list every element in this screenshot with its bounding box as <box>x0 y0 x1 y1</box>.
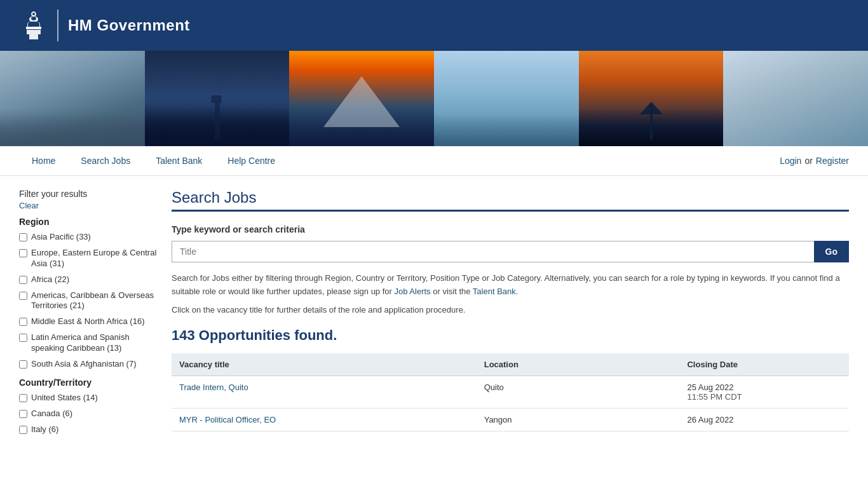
region-americas-checkbox[interactable] <box>19 292 27 300</box>
vacancy-link[interactable]: MYR - Political Officer, EO <box>179 415 276 424</box>
search-button[interactable]: Go <box>814 241 849 262</box>
click-info-text: Click on the vacancy title for further d… <box>172 305 849 315</box>
filter-region-latin-america[interactable]: Latin America and Spanish speaking Carib… <box>19 332 159 354</box>
filter-region-africa[interactable]: Africa (22) <box>19 274 159 285</box>
header-divider <box>57 10 58 41</box>
table-row: Trade Intern, Quito Quito 25 Aug 202211:… <box>172 376 849 408</box>
vacancy-location-cell: Yangon <box>477 408 680 431</box>
results-table: Vacancy title Location Closing Date Trad… <box>172 353 849 431</box>
header: HM Government <box>0 0 868 51</box>
hero-image-4 <box>434 51 579 146</box>
filter-country-canada[interactable]: Canada (6) <box>19 409 159 419</box>
opportunities-count: 143 Opportunities found. <box>172 327 849 344</box>
filter-region-asia-pacific[interactable]: Asia Pacific (33) <box>19 232 159 243</box>
region-middle-east-checkbox[interactable] <box>19 318 27 326</box>
region-africa-checkbox[interactable] <box>19 276 27 284</box>
navigation: Home Search Jobs Talent Bank Help Centre… <box>0 146 868 176</box>
region-middle-east-label: Middle East & North Africa (16) <box>31 316 144 327</box>
sidebar: Filter your results Clear Region Asia Pa… <box>19 189 159 440</box>
vacancy-title-cell: Trade Intern, Quito <box>172 376 477 408</box>
filter-clear-link[interactable]: Clear <box>19 201 159 210</box>
site-title: HM Government <box>68 17 190 34</box>
title-underline <box>172 210 849 212</box>
table-header-row: Vacancy title Location Closing Date <box>172 353 849 376</box>
country-italy-label: Italy (6) <box>31 424 58 435</box>
filter-region-americas[interactable]: Americas, Caribbean & Overseas Territori… <box>19 290 159 312</box>
col-location: Location <box>477 353 680 376</box>
region-europe-checkbox[interactable] <box>19 249 27 257</box>
nav-home[interactable]: Home <box>19 146 68 175</box>
hero-image-2 <box>145 51 290 146</box>
job-alerts-link[interactable]: Job Alerts <box>395 287 431 296</box>
country-canada-label: Canada (6) <box>31 409 72 419</box>
search-bar: Go <box>172 241 849 262</box>
hero-image-5 <box>579 51 724 146</box>
nav-links: Home Search Jobs Talent Bank Help Centre <box>19 146 288 175</box>
region-latin-america-label: Latin America and Spanish speaking Carib… <box>31 332 159 354</box>
nav-search-jobs[interactable]: Search Jobs <box>68 146 143 175</box>
region-africa-label: Africa (22) <box>31 274 69 285</box>
login-link[interactable]: Login <box>780 156 801 166</box>
filter-country-us[interactable]: United States (14) <box>19 393 159 403</box>
country-us-checkbox[interactable] <box>19 394 27 402</box>
hero-image-6 <box>723 51 868 146</box>
country-us-label: United States (14) <box>31 393 98 403</box>
search-description: Search for Jobs either by filtering thro… <box>172 272 849 299</box>
government-crest <box>19 10 48 41</box>
country-canada-checkbox[interactable] <box>19 410 27 418</box>
col-vacancy-title: Vacancy title <box>172 353 477 376</box>
search-input[interactable] <box>172 241 814 262</box>
region-asia-pacific-label: Asia Pacific (33) <box>31 232 91 243</box>
region-section-title: Region <box>19 217 159 227</box>
vacancy-closing-cell: 26 Aug 2022 <box>679 408 849 431</box>
filter-region-europe[interactable]: Europe, Eastern Europe & Central Asia (3… <box>19 248 159 269</box>
vacancy-link[interactable]: Trade Intern, Quito <box>179 383 248 392</box>
region-latin-america-checkbox[interactable] <box>19 334 27 342</box>
vacancy-closing-cell: 25 Aug 202211:55 PM CDT <box>679 376 849 408</box>
or-visit-text: or visit the <box>433 287 470 296</box>
region-europe-label: Europe, Eastern Europe & Central Asia (3… <box>31 248 159 269</box>
region-south-asia-label: South Asia & Afghanistan (7) <box>31 359 137 370</box>
search-criteria-label: Type keyword or search criteria <box>172 224 849 234</box>
hero-image-1 <box>0 51 145 146</box>
filter-region-south-asia[interactable]: South Asia & Afghanistan (7) <box>19 359 159 370</box>
region-asia-pacific-checkbox[interactable] <box>19 233 27 241</box>
table-row: MYR - Political Officer, EO Yangon 26 Au… <box>172 408 849 431</box>
nav-talent-bank[interactable]: Talent Bank <box>143 146 215 175</box>
vacancy-title-cell: MYR - Political Officer, EO <box>172 408 477 431</box>
nav-or-text: or <box>804 156 812 166</box>
svg-rect-0 <box>26 27 41 29</box>
hero-image-3 <box>289 51 434 146</box>
register-link[interactable]: Register <box>816 156 849 166</box>
country-italy-checkbox[interactable] <box>19 426 27 434</box>
filter-country-italy[interactable]: Italy (6) <box>19 424 159 435</box>
vacancy-location-cell: Quito <box>477 376 680 408</box>
nav-help-centre[interactable]: Help Centre <box>215 146 288 175</box>
filter-region-middle-east[interactable]: Middle East & North Africa (16) <box>19 316 159 327</box>
content-area: Search Jobs Type keyword or search crite… <box>172 189 849 440</box>
filter-title: Filter your results <box>19 189 159 199</box>
hero-banner <box>0 51 868 146</box>
region-south-asia-checkbox[interactable] <box>19 360 27 369</box>
nav-auth: Login or Register <box>780 156 849 166</box>
main-layout: Filter your results Clear Region Asia Pa… <box>0 176 868 453</box>
country-section-title: Country/Territory <box>19 377 159 388</box>
page-title: Search Jobs <box>172 189 849 207</box>
region-americas-label: Americas, Caribbean & Overseas Territori… <box>31 290 159 312</box>
col-closing-date: Closing Date <box>679 353 849 376</box>
talent-bank-link[interactable]: Talent Bank <box>473 287 516 296</box>
